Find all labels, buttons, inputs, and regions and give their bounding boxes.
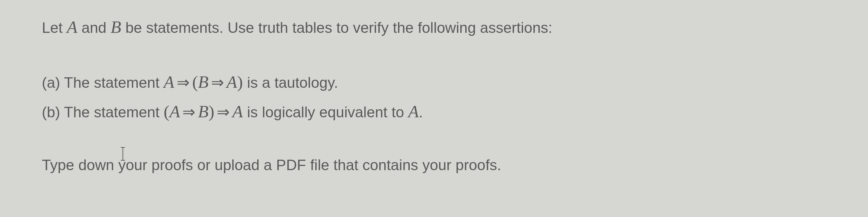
intro-suffix: be statements. Use truth tables to verif… — [121, 20, 552, 36]
part-b-var-b: B — [198, 102, 208, 121]
part-b: (b) The statement (A⇒B)⇒A is logically e… — [42, 97, 826, 126]
part-a-var-a: A — [164, 72, 174, 92]
implies-icon: ⇒ — [180, 104, 198, 120]
part-b-label: (b) The statement — [42, 104, 164, 120]
part-b-var-a: A — [169, 102, 180, 121]
question-content: Let A and B be statements. Use truth tab… — [42, 15, 826, 176]
implies-icon: ⇒ — [174, 74, 192, 91]
text-cursor-icon — [123, 147, 123, 160]
right-paren: ) — [209, 102, 214, 121]
implies-icon: ⇒ — [209, 74, 226, 91]
variable-a: A — [67, 17, 77, 37]
part-b-var-a2: A — [232, 102, 243, 121]
implies-icon: ⇒ — [214, 104, 232, 120]
left-paren: ( — [164, 102, 169, 121]
right-paren: ) — [237, 72, 243, 92]
intro-prefix: Let — [42, 20, 67, 36]
part-a: (a) The statement A⇒(B⇒A) is a tautology… — [42, 68, 826, 97]
part-b-var-a3: A — [408, 102, 419, 121]
intro-text: Let A and B be statements. Use truth tab… — [42, 15, 826, 39]
part-a-suffix: is a tautology. — [243, 74, 338, 91]
part-b-suffix: . — [419, 104, 423, 120]
left-paren: ( — [192, 72, 198, 92]
part-a-var-b: B — [198, 72, 208, 92]
part-a-label: (a) The statement — [42, 74, 164, 91]
part-b-mid: is logically equivalent to — [243, 104, 408, 120]
intro-mid: and — [78, 20, 111, 36]
instructions-content: Type down your proofs or upload a PDF fi… — [42, 157, 501, 173]
part-a-var-a2: A — [226, 72, 237, 92]
instructions-text: Type down your proofs or upload a PDF fi… — [42, 155, 826, 176]
question-parts: (a) The statement A⇒(B⇒A) is a tautology… — [42, 68, 826, 126]
variable-b: B — [111, 17, 121, 37]
